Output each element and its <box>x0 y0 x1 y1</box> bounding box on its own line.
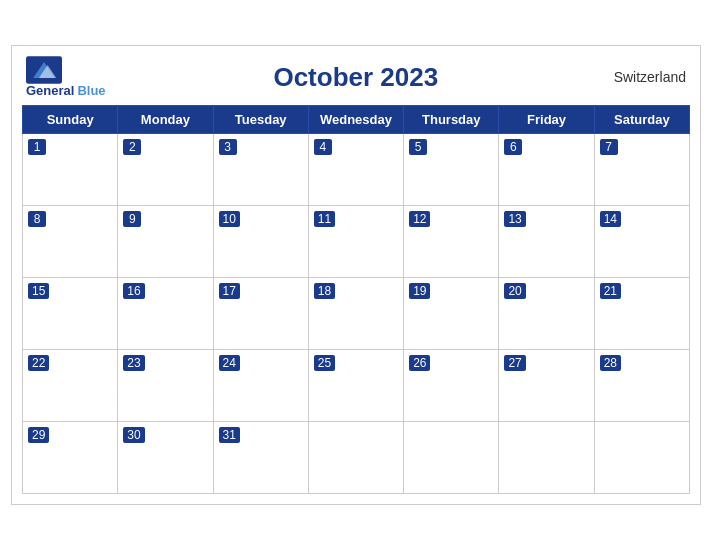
day-number: 1 <box>28 139 46 155</box>
calendar-cell: 10 <box>213 205 308 277</box>
calendar-cell: 31 <box>213 421 308 493</box>
header-wednesday: Wednesday <box>308 105 403 133</box>
calendar-cell <box>499 421 594 493</box>
day-number: 17 <box>219 283 240 299</box>
calendar-cell: 26 <box>404 349 499 421</box>
calendar-cell: 15 <box>23 277 118 349</box>
calendar-cell: 28 <box>594 349 689 421</box>
header-saturday: Saturday <box>594 105 689 133</box>
day-number: 12 <box>409 211 430 227</box>
day-number: 21 <box>600 283 621 299</box>
day-number: 15 <box>28 283 49 299</box>
calendar-cell: 20 <box>499 277 594 349</box>
day-number: 27 <box>504 355 525 371</box>
day-number: 30 <box>123 427 144 443</box>
day-number: 14 <box>600 211 621 227</box>
week-row-1: 1234567 <box>23 133 690 205</box>
calendar-cell: 21 <box>594 277 689 349</box>
week-row-4: 22232425262728 <box>23 349 690 421</box>
day-number: 29 <box>28 427 49 443</box>
calendar-cell: 14 <box>594 205 689 277</box>
day-number: 22 <box>28 355 49 371</box>
calendar-cell: 19 <box>404 277 499 349</box>
header-thursday: Thursday <box>404 105 499 133</box>
day-number: 8 <box>28 211 46 227</box>
calendar-cell: 8 <box>23 205 118 277</box>
week-row-3: 15161718192021 <box>23 277 690 349</box>
calendar-cell: 5 <box>404 133 499 205</box>
day-number: 16 <box>123 283 144 299</box>
day-number: 7 <box>600 139 618 155</box>
calendar-header: General Blue October 2023 Switzerland <box>22 56 690 98</box>
calendar-cell: 4 <box>308 133 403 205</box>
country-label: Switzerland <box>606 69 686 85</box>
calendar-cell: 3 <box>213 133 308 205</box>
day-number: 23 <box>123 355 144 371</box>
calendar-cell <box>308 421 403 493</box>
week-row-5: 293031 <box>23 421 690 493</box>
calendar-cell: 13 <box>499 205 594 277</box>
generalblue-logo-icon <box>26 56 62 84</box>
calendar-cell: 2 <box>118 133 213 205</box>
weekday-header-row: Sunday Monday Tuesday Wednesday Thursday… <box>23 105 690 133</box>
logo-blue-text: Blue <box>77 84 105 98</box>
day-number: 26 <box>409 355 430 371</box>
day-number: 25 <box>314 355 335 371</box>
day-number: 4 <box>314 139 332 155</box>
day-number: 6 <box>504 139 522 155</box>
header-friday: Friday <box>499 105 594 133</box>
calendar-cell: 16 <box>118 277 213 349</box>
calendar-cell: 25 <box>308 349 403 421</box>
calendar-cell: 24 <box>213 349 308 421</box>
day-number: 13 <box>504 211 525 227</box>
calendar-cell: 11 <box>308 205 403 277</box>
calendar-container: General Blue October 2023 Switzerland Su… <box>11 45 701 504</box>
header-tuesday: Tuesday <box>213 105 308 133</box>
day-number: 5 <box>409 139 427 155</box>
calendar-cell: 27 <box>499 349 594 421</box>
calendar-cell <box>594 421 689 493</box>
day-number: 24 <box>219 355 240 371</box>
day-number: 19 <box>409 283 430 299</box>
day-number: 11 <box>314 211 335 227</box>
calendar-cell: 30 <box>118 421 213 493</box>
calendar-cell: 1 <box>23 133 118 205</box>
day-number: 31 <box>219 427 240 443</box>
day-number: 20 <box>504 283 525 299</box>
calendar-cell: 6 <box>499 133 594 205</box>
week-row-2: 891011121314 <box>23 205 690 277</box>
calendar-cell: 18 <box>308 277 403 349</box>
calendar-cell: 17 <box>213 277 308 349</box>
calendar-grid: Sunday Monday Tuesday Wednesday Thursday… <box>22 105 690 494</box>
logo-general-text: General <box>26 84 74 98</box>
header-sunday: Sunday <box>23 105 118 133</box>
calendar-cell: 12 <box>404 205 499 277</box>
calendar-cell: 29 <box>23 421 118 493</box>
day-number: 3 <box>219 139 237 155</box>
calendar-cell: 22 <box>23 349 118 421</box>
day-number: 10 <box>219 211 240 227</box>
header-monday: Monday <box>118 105 213 133</box>
day-number: 9 <box>123 211 141 227</box>
day-number: 2 <box>123 139 141 155</box>
calendar-cell: 7 <box>594 133 689 205</box>
calendar-cell <box>404 421 499 493</box>
calendar-cell: 9 <box>118 205 213 277</box>
calendar-title: October 2023 <box>106 62 606 93</box>
logo-area: General Blue <box>26 56 106 98</box>
day-number: 18 <box>314 283 335 299</box>
calendar-cell: 23 <box>118 349 213 421</box>
day-number: 28 <box>600 355 621 371</box>
